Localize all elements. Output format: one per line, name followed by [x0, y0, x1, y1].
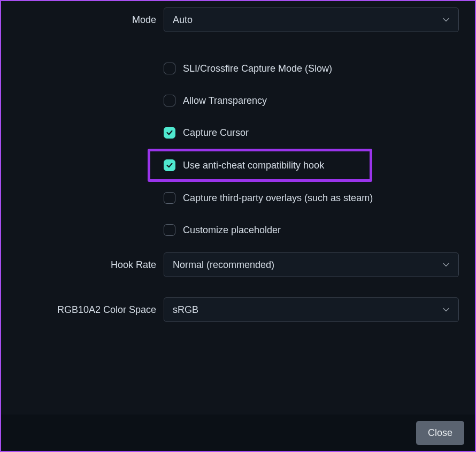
capture-cursor-checkbox[interactable] — [164, 127, 175, 139]
chevron-down-icon — [442, 261, 450, 269]
close-button[interactable]: Close — [416, 421, 464, 445]
color-space-select[interactable]: sRGB — [164, 297, 459, 322]
transparency-checkbox[interactable] — [164, 95, 175, 106]
color-space-label: RGB10A2 Color Space — [17, 304, 164, 316]
checkmark-icon — [166, 129, 173, 136]
placeholder-label: Customize placeholder — [183, 225, 281, 236]
hook-rate-label: Hook Rate — [17, 259, 164, 271]
anticheat-checkbox[interactable] — [164, 159, 175, 171]
overlays-label: Capture third-party overlays (such as st… — [183, 193, 373, 204]
chevron-down-icon — [442, 16, 450, 24]
hook-rate-select[interactable]: Normal (recommended) — [164, 252, 459, 277]
chevron-down-icon — [442, 306, 450, 313]
dialog-footer: Close — [1, 415, 475, 451]
placeholder-checkbox-row[interactable]: Customize placeholder — [164, 214, 459, 246]
anticheat-checkbox-row[interactable]: Use anti-cheat compatibility hook — [148, 149, 372, 182]
hook-rate-select-value: Normal (recommended) — [173, 259, 274, 271]
color-space-select-value: sRGB — [173, 304, 198, 316]
anticheat-label: Use anti-cheat compatibility hook — [183, 160, 324, 171]
transparency-label: Allow Transparency — [183, 95, 267, 106]
checkmark-icon — [166, 162, 173, 169]
sli-crossfire-checkbox[interactable] — [164, 63, 175, 74]
overlays-checkbox-row[interactable]: Capture third-party overlays (such as st… — [164, 182, 459, 214]
capture-cursor-checkbox-row[interactable]: Capture Cursor — [164, 117, 459, 149]
overlays-checkbox[interactable] — [164, 192, 175, 204]
capture-cursor-label: Capture Cursor — [183, 127, 249, 139]
mode-select-value: Auto — [173, 14, 193, 26]
mode-select[interactable]: Auto — [164, 7, 459, 32]
mode-label: Mode — [17, 14, 164, 26]
sli-crossfire-checkbox-row[interactable]: SLI/Crossfire Capture Mode (Slow) — [164, 52, 459, 85]
placeholder-checkbox[interactable] — [164, 224, 175, 236]
transparency-checkbox-row[interactable]: Allow Transparency — [164, 85, 459, 117]
sli-crossfire-label: SLI/Crossfire Capture Mode (Slow) — [183, 63, 332, 74]
